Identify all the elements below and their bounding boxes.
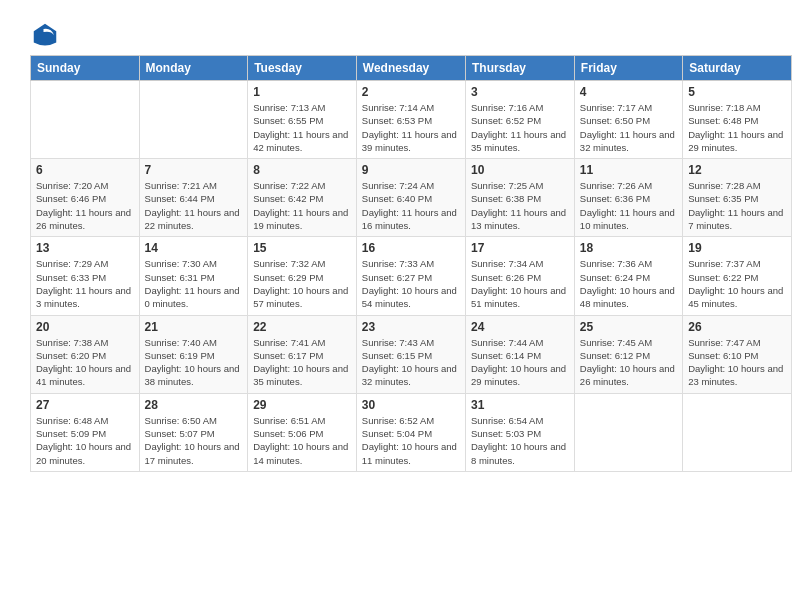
calendar-cell: 6Sunrise: 7:20 AM Sunset: 6:46 PM Daylig… [31, 159, 140, 237]
calendar-cell: 23Sunrise: 7:43 AM Sunset: 6:15 PM Dayli… [356, 315, 465, 393]
calendar-cell: 22Sunrise: 7:41 AM Sunset: 6:17 PM Dayli… [248, 315, 357, 393]
day-number: 19 [688, 241, 786, 255]
day-number: 8 [253, 163, 351, 177]
day-info: Sunrise: 7:44 AM Sunset: 6:14 PM Dayligh… [471, 336, 569, 389]
day-number: 2 [362, 85, 460, 99]
day-info: Sunrise: 7:18 AM Sunset: 6:48 PM Dayligh… [688, 101, 786, 154]
day-info: Sunrise: 7:28 AM Sunset: 6:35 PM Dayligh… [688, 179, 786, 232]
day-number: 16 [362, 241, 460, 255]
day-info: Sunrise: 6:54 AM Sunset: 5:03 PM Dayligh… [471, 414, 569, 467]
calendar-cell: 9Sunrise: 7:24 AM Sunset: 6:40 PM Daylig… [356, 159, 465, 237]
calendar-cell: 31Sunrise: 6:54 AM Sunset: 5:03 PM Dayli… [466, 393, 575, 471]
day-info: Sunrise: 6:48 AM Sunset: 5:09 PM Dayligh… [36, 414, 134, 467]
day-number: 26 [688, 320, 786, 334]
page-header [30, 20, 792, 50]
day-info: Sunrise: 7:20 AM Sunset: 6:46 PM Dayligh… [36, 179, 134, 232]
day-number: 30 [362, 398, 460, 412]
calendar-cell [139, 81, 248, 159]
day-info: Sunrise: 7:38 AM Sunset: 6:20 PM Dayligh… [36, 336, 134, 389]
calendar-body: 1Sunrise: 7:13 AM Sunset: 6:55 PM Daylig… [31, 81, 792, 472]
calendar-cell: 24Sunrise: 7:44 AM Sunset: 6:14 PM Dayli… [466, 315, 575, 393]
day-header-tuesday: Tuesday [248, 56, 357, 81]
calendar-cell: 19Sunrise: 7:37 AM Sunset: 6:22 PM Dayli… [683, 237, 792, 315]
calendar-cell [574, 393, 682, 471]
day-header-sunday: Sunday [31, 56, 140, 81]
calendar-cell: 25Sunrise: 7:45 AM Sunset: 6:12 PM Dayli… [574, 315, 682, 393]
day-number: 29 [253, 398, 351, 412]
logo [30, 20, 64, 50]
day-info: Sunrise: 7:47 AM Sunset: 6:10 PM Dayligh… [688, 336, 786, 389]
calendar-cell: 21Sunrise: 7:40 AM Sunset: 6:19 PM Dayli… [139, 315, 248, 393]
logo-icon [30, 20, 60, 50]
day-number: 9 [362, 163, 460, 177]
calendar-cell: 27Sunrise: 6:48 AM Sunset: 5:09 PM Dayli… [31, 393, 140, 471]
calendar-cell: 2Sunrise: 7:14 AM Sunset: 6:53 PM Daylig… [356, 81, 465, 159]
day-header-thursday: Thursday [466, 56, 575, 81]
day-info: Sunrise: 6:51 AM Sunset: 5:06 PM Dayligh… [253, 414, 351, 467]
day-info: Sunrise: 7:34 AM Sunset: 6:26 PM Dayligh… [471, 257, 569, 310]
calendar-week-2: 6Sunrise: 7:20 AM Sunset: 6:46 PM Daylig… [31, 159, 792, 237]
calendar-cell: 30Sunrise: 6:52 AM Sunset: 5:04 PM Dayli… [356, 393, 465, 471]
day-info: Sunrise: 7:37 AM Sunset: 6:22 PM Dayligh… [688, 257, 786, 310]
day-info: Sunrise: 7:29 AM Sunset: 6:33 PM Dayligh… [36, 257, 134, 310]
day-info: Sunrise: 7:24 AM Sunset: 6:40 PM Dayligh… [362, 179, 460, 232]
day-info: Sunrise: 7:17 AM Sunset: 6:50 PM Dayligh… [580, 101, 677, 154]
calendar-cell [31, 81, 140, 159]
day-info: Sunrise: 7:26 AM Sunset: 6:36 PM Dayligh… [580, 179, 677, 232]
calendar-cell: 7Sunrise: 7:21 AM Sunset: 6:44 PM Daylig… [139, 159, 248, 237]
day-number: 15 [253, 241, 351, 255]
day-number: 12 [688, 163, 786, 177]
day-number: 18 [580, 241, 677, 255]
day-number: 1 [253, 85, 351, 99]
day-header-wednesday: Wednesday [356, 56, 465, 81]
calendar-cell: 15Sunrise: 7:32 AM Sunset: 6:29 PM Dayli… [248, 237, 357, 315]
day-info: Sunrise: 7:30 AM Sunset: 6:31 PM Dayligh… [145, 257, 243, 310]
calendar-cell: 26Sunrise: 7:47 AM Sunset: 6:10 PM Dayli… [683, 315, 792, 393]
day-number: 21 [145, 320, 243, 334]
day-info: Sunrise: 7:32 AM Sunset: 6:29 PM Dayligh… [253, 257, 351, 310]
day-info: Sunrise: 7:33 AM Sunset: 6:27 PM Dayligh… [362, 257, 460, 310]
day-info: Sunrise: 7:13 AM Sunset: 6:55 PM Dayligh… [253, 101, 351, 154]
calendar-page: SundayMondayTuesdayWednesdayThursdayFrid… [15, 10, 792, 612]
calendar-cell: 10Sunrise: 7:25 AM Sunset: 6:38 PM Dayli… [466, 159, 575, 237]
day-number: 3 [471, 85, 569, 99]
day-info: Sunrise: 7:16 AM Sunset: 6:52 PM Dayligh… [471, 101, 569, 154]
day-info: Sunrise: 7:45 AM Sunset: 6:12 PM Dayligh… [580, 336, 677, 389]
day-number: 24 [471, 320, 569, 334]
day-header-friday: Friday [574, 56, 682, 81]
calendar-cell: 17Sunrise: 7:34 AM Sunset: 6:26 PM Dayli… [466, 237, 575, 315]
calendar-cell: 1Sunrise: 7:13 AM Sunset: 6:55 PM Daylig… [248, 81, 357, 159]
day-number: 11 [580, 163, 677, 177]
day-info: Sunrise: 7:22 AM Sunset: 6:42 PM Dayligh… [253, 179, 351, 232]
day-info: Sunrise: 7:36 AM Sunset: 6:24 PM Dayligh… [580, 257, 677, 310]
day-number: 28 [145, 398, 243, 412]
calendar-week-1: 1Sunrise: 7:13 AM Sunset: 6:55 PM Daylig… [31, 81, 792, 159]
calendar-cell: 11Sunrise: 7:26 AM Sunset: 6:36 PM Dayli… [574, 159, 682, 237]
day-info: Sunrise: 7:43 AM Sunset: 6:15 PM Dayligh… [362, 336, 460, 389]
calendar-cell: 28Sunrise: 6:50 AM Sunset: 5:07 PM Dayli… [139, 393, 248, 471]
calendar-cell: 13Sunrise: 7:29 AM Sunset: 6:33 PM Dayli… [31, 237, 140, 315]
day-number: 25 [580, 320, 677, 334]
day-number: 27 [36, 398, 134, 412]
calendar-cell: 16Sunrise: 7:33 AM Sunset: 6:27 PM Dayli… [356, 237, 465, 315]
day-number: 10 [471, 163, 569, 177]
day-number: 5 [688, 85, 786, 99]
day-info: Sunrise: 6:52 AM Sunset: 5:04 PM Dayligh… [362, 414, 460, 467]
calendar-cell: 14Sunrise: 7:30 AM Sunset: 6:31 PM Dayli… [139, 237, 248, 315]
day-number: 20 [36, 320, 134, 334]
calendar-cell: 5Sunrise: 7:18 AM Sunset: 6:48 PM Daylig… [683, 81, 792, 159]
calendar-cell: 20Sunrise: 7:38 AM Sunset: 6:20 PM Dayli… [31, 315, 140, 393]
calendar-cell: 3Sunrise: 7:16 AM Sunset: 6:52 PM Daylig… [466, 81, 575, 159]
calendar-cell: 12Sunrise: 7:28 AM Sunset: 6:35 PM Dayli… [683, 159, 792, 237]
calendar-cell: 29Sunrise: 6:51 AM Sunset: 5:06 PM Dayli… [248, 393, 357, 471]
day-header-saturday: Saturday [683, 56, 792, 81]
calendar-week-3: 13Sunrise: 7:29 AM Sunset: 6:33 PM Dayli… [31, 237, 792, 315]
calendar-week-4: 20Sunrise: 7:38 AM Sunset: 6:20 PM Dayli… [31, 315, 792, 393]
day-info: Sunrise: 7:14 AM Sunset: 6:53 PM Dayligh… [362, 101, 460, 154]
day-header-monday: Monday [139, 56, 248, 81]
calendar-cell: 18Sunrise: 7:36 AM Sunset: 6:24 PM Dayli… [574, 237, 682, 315]
day-info: Sunrise: 7:25 AM Sunset: 6:38 PM Dayligh… [471, 179, 569, 232]
day-number: 17 [471, 241, 569, 255]
calendar-cell: 4Sunrise: 7:17 AM Sunset: 6:50 PM Daylig… [574, 81, 682, 159]
calendar-cell: 8Sunrise: 7:22 AM Sunset: 6:42 PM Daylig… [248, 159, 357, 237]
